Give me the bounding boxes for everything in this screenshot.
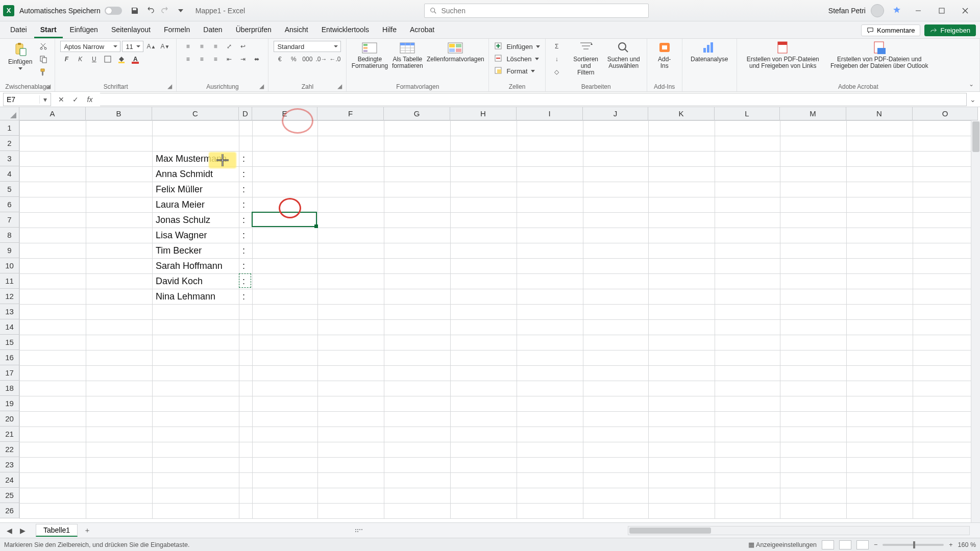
formula-input[interactable]: [100, 93, 967, 106]
row-header[interactable]: 10: [0, 258, 19, 273]
worksheet-grid[interactable]: ABCDEFGHIJKLMNO 123456789101112131415161…: [0, 107, 980, 522]
insert-cells-button[interactable]: Einfügen: [494, 41, 540, 52]
column-header[interactable]: M: [780, 107, 846, 120]
cell[interactable]: [318, 167, 384, 182]
cell[interactable]: [913, 289, 978, 305]
cell[interactable]: [649, 289, 715, 305]
cell[interactable]: [847, 136, 913, 152]
cell[interactable]: [583, 504, 649, 519]
italic-button[interactable]: K: [74, 54, 86, 65]
align-middle-button[interactable]: ≡: [195, 41, 208, 52]
cell[interactable]: [847, 335, 913, 350]
cell[interactable]: [153, 136, 239, 152]
cell[interactable]: [517, 182, 583, 197]
cell[interactable]: [913, 396, 978, 412]
autosum-button[interactable]: Σ: [551, 41, 563, 52]
cell[interactable]: [384, 320, 451, 335]
cell[interactable]: [847, 442, 913, 458]
cell[interactable]: [20, 289, 86, 305]
cell[interactable]: [583, 305, 649, 320]
cell[interactable]: [20, 213, 86, 228]
cell[interactable]: [239, 504, 253, 519]
cell[interactable]: [239, 320, 253, 335]
cell[interactable]: [715, 504, 780, 519]
cell[interactable]: [847, 167, 913, 182]
align-left-button[interactable]: ≡: [182, 54, 194, 65]
cell[interactable]: Anna Schmidt: [153, 167, 239, 182]
cell[interactable]: [239, 412, 253, 427]
cell[interactable]: [318, 412, 384, 427]
cell[interactable]: [153, 121, 239, 136]
cell[interactable]: [318, 213, 384, 228]
cell[interactable]: [649, 335, 715, 350]
column-header[interactable]: O: [913, 107, 978, 120]
name-box-dropdown[interactable]: ▾: [39, 95, 51, 104]
cell[interactable]: [384, 243, 451, 259]
font-color-button[interactable]: A: [129, 54, 141, 65]
column-header[interactable]: G: [384, 107, 450, 120]
cell[interactable]: [451, 182, 517, 197]
increase-decimal-button[interactable]: .0→: [315, 54, 327, 65]
cell[interactable]: [517, 442, 583, 458]
cell[interactable]: [715, 396, 780, 412]
cell[interactable]: [715, 259, 780, 274]
acrobat-pdf-outlook-button[interactable]: Erstellen von PDF-Dateien und Freigeben …: [826, 41, 933, 69]
cell[interactable]: [20, 427, 86, 442]
cell[interactable]: [253, 228, 318, 243]
cell[interactable]: [913, 152, 978, 167]
cell[interactable]: [239, 396, 253, 412]
cell[interactable]: [715, 243, 780, 259]
cell[interactable]: [86, 473, 153, 488]
align-top-button[interactable]: ≡: [182, 41, 194, 52]
minimize-button[interactable]: [906, 0, 930, 21]
cell[interactable]: [86, 289, 153, 305]
cell[interactable]: [913, 121, 978, 136]
cell[interactable]: [583, 182, 649, 197]
cell[interactable]: [253, 182, 318, 197]
cell[interactable]: Nina Lehmann: [153, 289, 239, 305]
comma-format-button[interactable]: 000: [301, 54, 313, 65]
cell[interactable]: [913, 458, 978, 473]
format-cells-button[interactable]: Format: [494, 65, 540, 77]
cell[interactable]: [451, 152, 517, 167]
cell[interactable]: [780, 396, 847, 412]
ribbon-tab-ansicht[interactable]: Ansicht: [279, 22, 314, 38]
cell[interactable]: [86, 213, 153, 228]
cell[interactable]: [780, 274, 847, 289]
cell[interactable]: [847, 274, 913, 289]
search-box[interactable]: Suchen: [424, 4, 649, 18]
cell[interactable]: Jonas Schulz: [153, 213, 239, 228]
cell[interactable]: [715, 335, 780, 350]
name-box-input[interactable]: [4, 95, 39, 104]
cell[interactable]: [649, 412, 715, 427]
cell[interactable]: [517, 473, 583, 488]
row-header[interactable]: 3: [0, 151, 19, 166]
cell[interactable]: [715, 213, 780, 228]
cell[interactable]: [253, 335, 318, 350]
cell[interactable]: [847, 289, 913, 305]
cell[interactable]: [517, 488, 583, 504]
align-bottom-button[interactable]: ≡: [209, 41, 222, 52]
cell[interactable]: [649, 504, 715, 519]
cell[interactable]: [239, 136, 253, 152]
merge-button[interactable]: ⬌: [251, 54, 263, 65]
cell[interactable]: [847, 427, 913, 442]
cell[interactable]: [913, 320, 978, 335]
cell[interactable]: [253, 366, 318, 381]
cell[interactable]: [318, 243, 384, 259]
column-header[interactable]: D: [239, 107, 252, 120]
cell[interactable]: [253, 427, 318, 442]
cell[interactable]: [913, 305, 978, 320]
cell[interactable]: Laura Meier: [153, 197, 239, 213]
cell[interactable]: [20, 152, 86, 167]
column-headers[interactable]: ABCDEFGHIJKLMNO: [19, 107, 978, 120]
cell[interactable]: [780, 213, 847, 228]
cut-button[interactable]: [37, 41, 50, 52]
format-painter-button[interactable]: [37, 66, 50, 78]
cell[interactable]: [583, 289, 649, 305]
cell[interactable]: [20, 259, 86, 274]
cell[interactable]: [583, 152, 649, 167]
cell[interactable]: [517, 167, 583, 182]
bold-button[interactable]: F: [60, 54, 72, 65]
cell[interactable]: [583, 136, 649, 152]
